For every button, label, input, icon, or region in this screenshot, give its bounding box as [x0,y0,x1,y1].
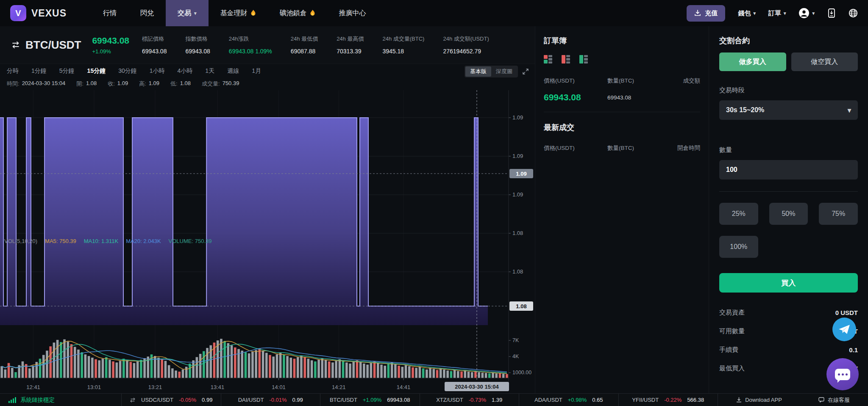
signal-bars-icon [8,397,16,403]
svg-text:1.08: 1.08 [516,303,526,309]
chat-float-button[interactable] [826,358,859,390]
timeframe-1mo[interactable]: 1月 [252,67,261,75]
stat-24h-high: 24h 最高價 70313.39 [337,35,364,55]
deposit-icon [694,10,701,17]
fee-row: 手續費 0.1 [719,346,858,354]
wallet-menu[interactable]: 錢包 ▾ [738,9,756,17]
ticker-pair[interactable]: ADA/USDT +0.98% 0.65 [519,394,618,406]
stat-label: 24h 最低價 [291,35,318,43]
fire-icon [310,10,315,17]
timeframe-15min[interactable]: 15分鐘 [87,67,106,75]
percent-100-button[interactable]: 100% [719,236,758,258]
orders-menu[interactable]: 訂單 ▾ [768,9,786,17]
timeframe-30min[interactable]: 30分鐘 [118,67,137,75]
stat-value: 276194652.79 [443,48,489,55]
brand-logo[interactable]: V VEXUS [10,5,67,21]
svg-text:13:21: 13:21 [148,384,162,390]
view-tab-depth[interactable]: 深度圖 [491,66,517,77]
long-buy-button[interactable]: 做多買入 [719,52,786,71]
download-app-link[interactable]: Download APP [718,394,800,406]
timeframe-4h[interactable]: 4小時 [178,67,193,75]
nav-item-markets[interactable]: 行情 [91,0,128,26]
nav-item-label: 行情 [103,9,117,18]
nav-item-label: 基金理財 [220,9,248,18]
ticker-pair[interactable]: BTC/USDT +1.09% 69943.08 [320,394,420,406]
nav-item-label: 礦池鎖倉 [280,9,307,18]
brand-name: VEXUS [31,8,67,19]
telegram-float-button[interactable] [832,318,856,341]
nav-item-promotion[interactable]: 推廣中心 [327,0,378,26]
asset-row-label: 可用數量 [719,327,745,335]
stat-24h-low: 24h 最低價 69087.88 [291,35,318,55]
view-tab-basic[interactable]: 基本版 [465,66,491,77]
stat-24h-turnover: 24h 成交額(USDT) 276194652.79 [443,35,489,55]
stat-label: 24h 最高價 [337,35,364,43]
ticker-pair[interactable]: YFII/USDT -0.22% 566.38 [618,394,718,406]
ticker-pair[interactable]: DAI/USDT -0.01% 0.99 [221,394,320,406]
system-status-text: 系統鏈接穩定 [20,396,55,404]
ticker-pair[interactable]: USDC/USDT -0.05% 0.99 [121,394,221,406]
language-button[interactable] [849,8,858,18]
stat-value: 3945.18 [382,48,424,55]
ticker-pair-name: DAI/USDT [238,397,264,403]
stat-24h-change: 24h漲跌 69943.08 1.09% [229,35,272,55]
indicator-value: VOL(5,10,20) [4,238,37,244]
ticker-pair[interactable]: XTZ/USDT -0.73% 1.39 [420,394,519,406]
ticker-pair-name: YFII/USDT [632,397,659,403]
download-icon [736,397,742,403]
recent-trades-headers: 價格(USDT) 數量(BTC) 開倉時間 [544,144,700,152]
orderbook-view-asks-icon[interactable] [562,55,570,64]
ohlc-key: 時間: [7,80,19,88]
session-select[interactable]: 30s 15~20% ▾ [719,100,858,120]
ohlc-key: 開: [76,80,83,88]
trades-header-price: 價格(USDT) [544,144,607,152]
order-book-headers: 價格(USDT) 數量(BTC) 成交額 [544,77,700,85]
percent-25-button[interactable]: 25% [719,203,758,225]
timeframe-list: 分時 1分鐘 5分鐘 15分鐘 30分鐘 1小時 4小時 1天 週線 1月 [7,67,261,75]
asset-row-label: 最低買入 [719,365,745,373]
timeframe-1min[interactable]: 1分鐘 [31,67,47,75]
ohlc-close: 收:1.09 [108,80,128,88]
recent-trades-title: 最新成交 [544,122,700,133]
svg-text:1000.00: 1000.00 [512,370,531,376]
asset-row-value: 0.1 [849,346,858,354]
percent-75-button[interactable]: 75% [819,203,858,225]
trade-panel-title: 交割合約 [719,36,858,46]
nav-item-swap[interactable]: 閃兌 [128,0,166,26]
timeframe-1h[interactable]: 1小時 [150,67,165,75]
nav-item-mining[interactable]: 礦池鎖倉 [268,0,327,26]
timeframe-5min[interactable]: 5分鐘 [59,67,75,75]
percent-50-button[interactable]: 50% [769,203,808,225]
pair-selector[interactable]: BTC/USDT [11,39,81,52]
timeframe-1w[interactable]: 週線 [227,67,239,75]
indicator-value: MA5: 750.39 [45,238,76,244]
ticker-pair-price: 0.65 [592,397,603,403]
download-app-button[interactable] [827,8,836,18]
orderbook-view-bids-icon[interactable] [579,55,588,64]
fullscreen-expand-icon[interactable] [522,68,529,75]
chevron-down-icon: ▾ [784,11,786,16]
session-label: 交易時段 [719,86,858,94]
orderbook-view-both-icon[interactable] [544,55,552,64]
ohlc-key: 低: [170,80,178,88]
nav-item-funds[interactable]: 基金理財 [209,0,268,26]
ticker-pair-change: -0.73% [469,397,486,403]
timeframe-time[interactable]: 分時 [7,67,19,75]
nav-right-group: 充值 錢包 ▾ 訂單 ▾ ▾ [687,5,858,22]
ohlc-time: 時間:2024-03-30 15:04 [7,80,65,88]
buy-button[interactable]: 買入 [719,273,858,293]
nav-item-trade[interactable]: 交易 ▾ [166,0,209,26]
timeframe-1d[interactable]: 1天 [205,67,214,75]
nav-item-label: 閃兌 [140,9,154,18]
ohlc-value: 1.09 [117,80,128,88]
short-buy-button[interactable]: 做空買入 [791,52,858,71]
ohlc-key: 收: [108,80,115,88]
recharge-button[interactable]: 充值 [687,5,725,22]
ob-header-total: 成交額 [667,77,700,85]
account-menu[interactable]: ▾ [798,8,815,19]
svg-text:1.08: 1.08 [512,268,523,275]
stat-label: 24h 成交量(BTC) [382,35,424,43]
amount-input[interactable] [719,160,858,180]
stat-index-price: 指數價格 69943.08 [185,35,210,55]
online-support-link[interactable]: 在線客服 [800,394,868,406]
